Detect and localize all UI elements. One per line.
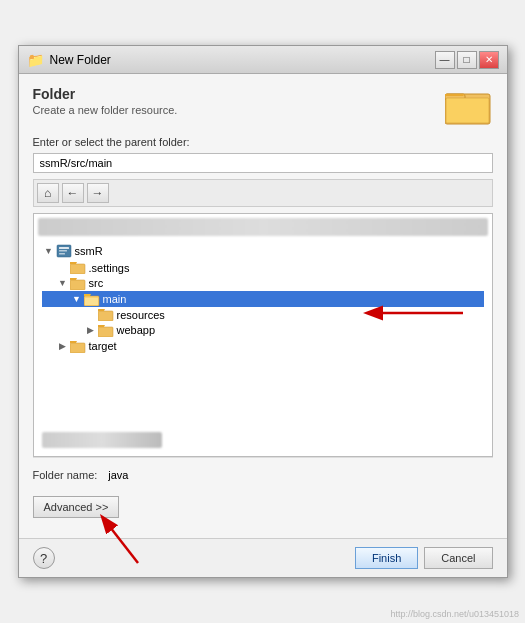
tree-item-settings[interactable]: .settings	[42, 260, 484, 275]
svg-rect-19	[70, 343, 85, 353]
tree-label-src: src	[89, 277, 104, 289]
project-icon-ssmr	[56, 243, 72, 259]
svg-rect-17	[98, 327, 113, 337]
folder-name-input[interactable]	[103, 466, 492, 484]
svg-marker-16	[98, 309, 105, 311]
tree-item-ssmr[interactable]: ▼ ssmR	[42, 242, 484, 260]
tree-item-src[interactable]: ▼ src	[42, 275, 484, 291]
toggle-src[interactable]: ▼	[56, 276, 70, 290]
watermark: http://blog.csdn.net/u013451018	[390, 609, 519, 619]
svg-marker-11	[70, 278, 77, 280]
tree-label-webapp: webapp	[117, 324, 156, 336]
tree-item-webapp[interactable]: ▶ webapp	[42, 322, 484, 338]
svg-rect-8	[70, 264, 85, 274]
toolbar: ⌂ ← →	[33, 179, 493, 207]
folder-name-row: Folder name:	[33, 457, 493, 488]
parent-folder-label: Enter or select the parent folder:	[33, 136, 493, 148]
svg-rect-7	[59, 253, 65, 255]
blurred-content-top	[38, 218, 488, 236]
home-button[interactable]: ⌂	[37, 183, 59, 203]
title-bar: 📁 New Folder — □ ✕	[19, 46, 507, 74]
tree-item-target[interactable]: ▶ target	[42, 338, 484, 354]
new-folder-dialog: 📁 New Folder — □ ✕ Folder Create a new f…	[18, 45, 508, 578]
blurred-content-bottom-wrapper	[38, 428, 488, 452]
svg-marker-2	[445, 94, 465, 96]
footer-buttons: Finish Cancel	[355, 547, 493, 569]
folder-icon-src	[70, 277, 86, 290]
folder-icon-target	[70, 340, 86, 353]
folder-icon-settings	[70, 261, 86, 274]
svg-marker-13	[84, 294, 91, 296]
section-info: Folder Create a new folder resource.	[33, 86, 178, 116]
blurred-content-bottom	[42, 432, 162, 448]
dialog-footer: ? Finish Cancel	[19, 538, 507, 577]
close-button[interactable]: ✕	[479, 51, 499, 69]
toggle-ssmr[interactable]: ▼	[42, 244, 56, 258]
advanced-section: Advanced >>	[33, 496, 493, 526]
toggle-main[interactable]: ▼	[70, 292, 84, 306]
tree-item-main[interactable]: ▼ main	[42, 291, 484, 307]
folder-icon-main	[84, 293, 100, 306]
section-header: Folder Create a new folder resource.	[33, 86, 493, 126]
svg-rect-15	[98, 311, 113, 321]
svg-rect-5	[59, 247, 69, 249]
tree-container: ▼ ssmR	[38, 238, 488, 428]
folder-icon-webapp	[98, 324, 114, 337]
folder-name-label: Folder name:	[33, 469, 98, 481]
section-title: Folder	[33, 86, 178, 102]
tree-label-resources: resources	[117, 309, 165, 321]
tree-label-main: main	[103, 293, 127, 305]
forward-button[interactable]: →	[87, 183, 109, 203]
cancel-button[interactable]: Cancel	[424, 547, 492, 569]
finish-button[interactable]: Finish	[355, 547, 418, 569]
tree-label-settings: .settings	[89, 262, 130, 274]
window-icon: 📁	[27, 52, 44, 68]
maximize-button[interactable]: □	[457, 51, 477, 69]
folder-large-icon	[445, 86, 493, 126]
svg-marker-18	[98, 325, 105, 327]
svg-rect-6	[59, 250, 67, 252]
svg-rect-10	[70, 280, 85, 290]
tree-label-target: target	[89, 340, 117, 352]
section-description: Create a new folder resource.	[33, 104, 178, 116]
minimize-button[interactable]: —	[435, 51, 455, 69]
title-bar-left: 📁 New Folder	[27, 52, 111, 68]
svg-marker-20	[70, 341, 77, 343]
tree-label-ssmr: ssmR	[75, 245, 103, 257]
help-button[interactable]: ?	[33, 547, 55, 569]
folder-tree: ▼ ssmR	[38, 238, 488, 428]
toggle-webapp[interactable]: ▶	[84, 323, 98, 337]
window-title: New Folder	[50, 53, 111, 67]
svg-rect-14	[85, 298, 98, 305]
advanced-button[interactable]: Advanced >>	[33, 496, 120, 518]
folder-icon-resources	[98, 308, 114, 321]
toggle-target[interactable]: ▶	[56, 339, 70, 353]
dialog-body: Folder Create a new folder resource. Ent…	[19, 74, 507, 538]
title-buttons: — □ ✕	[435, 51, 499, 69]
svg-rect-3	[446, 98, 489, 123]
svg-marker-9	[70, 262, 77, 264]
back-button[interactable]: ←	[62, 183, 84, 203]
parent-folder-input[interactable]	[33, 153, 493, 173]
tree-item-resources[interactable]: resources	[42, 307, 484, 322]
